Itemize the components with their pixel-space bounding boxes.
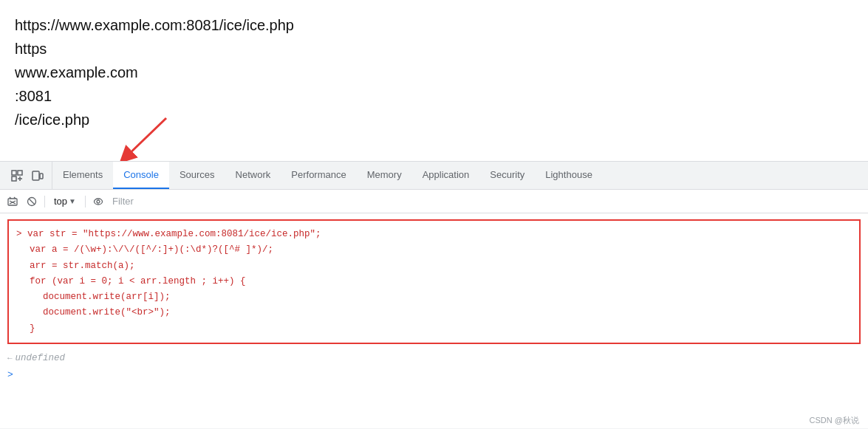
url-line-1: https://www.example.com:8081/ice/ice.php xyxy=(15,13,853,37)
url-line-2: https xyxy=(15,37,853,61)
tab-application[interactable]: Application xyxy=(412,162,480,189)
svg-rect-6 xyxy=(33,171,39,180)
code-line-6: document.write("<br>"); xyxy=(16,305,852,320)
tab-sources[interactable]: Sources xyxy=(169,162,225,189)
console-content: > var str = "https://www.example.com:808… xyxy=(0,213,868,428)
next-prompt-line[interactable]: > xyxy=(0,366,868,383)
svg-rect-3 xyxy=(12,176,16,181)
chevron-down-icon: ▼ xyxy=(69,197,76,205)
prompt-icon: > xyxy=(7,369,13,380)
svg-line-14 xyxy=(29,199,35,205)
code-line-7: } xyxy=(16,321,852,337)
toolbar-divider-2 xyxy=(85,196,86,207)
device-toggle-icon[interactable] xyxy=(30,168,46,184)
svg-rect-2 xyxy=(18,171,22,175)
svg-point-16 xyxy=(97,200,100,203)
watermark: CSDN @秋说 xyxy=(810,415,859,426)
tab-console[interactable]: Console xyxy=(113,162,169,189)
tab-security[interactable]: Security xyxy=(479,162,535,189)
code-line-1: > var str = "https://www.example.com:808… xyxy=(16,227,852,242)
tab-elements[interactable]: Elements xyxy=(52,162,113,189)
result-arrow-icon: ← xyxy=(7,354,13,363)
svg-point-15 xyxy=(94,199,102,205)
svg-line-0 xyxy=(126,118,166,157)
code-line-4: for (var i = 0; i < arr.length ; i++) { xyxy=(16,274,852,289)
eye-icon[interactable] xyxy=(90,193,106,210)
context-dropdown[interactable]: top ▼ xyxy=(49,193,81,210)
tab-performance[interactable]: Performance xyxy=(281,162,356,189)
block-icon[interactable] xyxy=(24,193,40,210)
inspect-icon[interactable] xyxy=(9,168,25,184)
result-line: ← undefined xyxy=(0,350,868,366)
devtools-panel: Elements Console Sources Network Perform… xyxy=(0,161,868,429)
code-line-5: document.write(arr[i]); xyxy=(16,289,852,305)
code-line-2: var a = /(\w+):\/\/([^/:]+)(:\d*)?([^# ]… xyxy=(16,242,852,258)
tabs-list: Elements Console Sources Network Perform… xyxy=(52,162,865,189)
code-line-3: arr = str.match(a); xyxy=(16,258,852,274)
url-line-4: :8081 xyxy=(15,84,853,108)
arrow-annotation xyxy=(115,114,174,166)
clear-console-button[interactable] xyxy=(4,193,21,210)
tab-network[interactable]: Network xyxy=(225,162,281,189)
tab-lighthouse[interactable]: Lighthouse xyxy=(535,162,603,189)
svg-rect-1 xyxy=(12,171,16,175)
svg-rect-7 xyxy=(40,174,43,179)
toolbar-divider xyxy=(44,196,45,207)
filter-input[interactable] xyxy=(109,193,864,210)
tab-icons-group xyxy=(3,162,52,189)
tab-bar: Elements Console Sources Network Perform… xyxy=(0,162,868,190)
code-block: > var str = "https://www.example.com:808… xyxy=(7,219,861,344)
url-line-3: www.example.com xyxy=(15,61,853,84)
tab-memory[interactable]: Memory xyxy=(357,162,412,189)
result-value: undefined xyxy=(16,353,66,363)
console-toolbar: top ▼ xyxy=(0,190,868,213)
